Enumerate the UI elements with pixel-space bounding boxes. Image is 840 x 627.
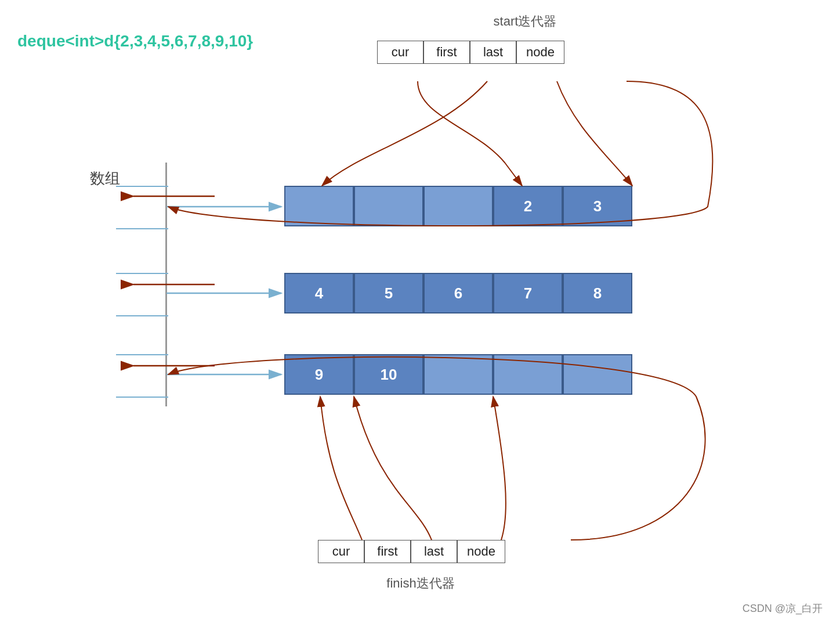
- array-r3-c3: [423, 354, 493, 395]
- array-r2-c3: 6: [423, 273, 493, 314]
- start-node-cell: node: [516, 41, 564, 64]
- map-row-divider-3: [116, 397, 168, 398]
- array-row-1: 2 3: [284, 186, 632, 226]
- start-first-cell: first: [423, 41, 470, 64]
- diagram-container: deque<int>d{2,3,4,5,6,7,8,9,10} start迭代器…: [0, 0, 840, 627]
- array-row-2: 4 5 6 7 8: [284, 273, 632, 314]
- array-r3-c1: 9: [284, 354, 354, 395]
- array-r3-c5: [563, 354, 632, 395]
- array-r1-c2: [354, 186, 423, 226]
- map-row-divider-2: [116, 315, 168, 316]
- array-r2-c4: 7: [493, 273, 563, 314]
- array-r1-c4: 2: [493, 186, 563, 226]
- map-row-divider-1: [116, 228, 168, 229]
- array-r1-c1: [284, 186, 354, 226]
- finish-cur-cell: cur: [318, 540, 364, 563]
- finish-iterator-box: cur first last node: [318, 540, 505, 563]
- deque-label: deque<int>d{2,3,4,5,6,7,8,9,10}: [17, 32, 253, 51]
- array-r2-c2: 5: [354, 273, 423, 314]
- csdn-label: CSDN @凉_白开: [743, 601, 823, 615]
- array-r3-c4: [493, 354, 563, 395]
- array-r1-c3: [423, 186, 493, 226]
- finish-last-cell: last: [411, 540, 457, 563]
- arrows-svg: [0, 0, 840, 627]
- start-cur-cell: cur: [377, 41, 423, 64]
- array-r3-c2: 10: [354, 354, 423, 395]
- map-row-3-line: [116, 354, 168, 355]
- finish-node-cell: node: [457, 540, 505, 563]
- start-last-cell: last: [470, 41, 516, 64]
- array-r2-c5: 8: [563, 273, 632, 314]
- finish-iterator-label: finish迭代器: [322, 575, 519, 592]
- finish-first-cell: first: [364, 540, 411, 563]
- array-row-3: 9 10: [284, 354, 632, 395]
- start-iterator-label: start迭代器: [438, 13, 612, 30]
- start-iterator-box: cur first last node: [377, 41, 564, 64]
- array-r1-c5: 3: [563, 186, 632, 226]
- map-vertical-line: [165, 163, 167, 406]
- map-row-1-line: [116, 186, 168, 187]
- map-row-2-line: [116, 273, 168, 274]
- array-r2-c1: 4: [284, 273, 354, 314]
